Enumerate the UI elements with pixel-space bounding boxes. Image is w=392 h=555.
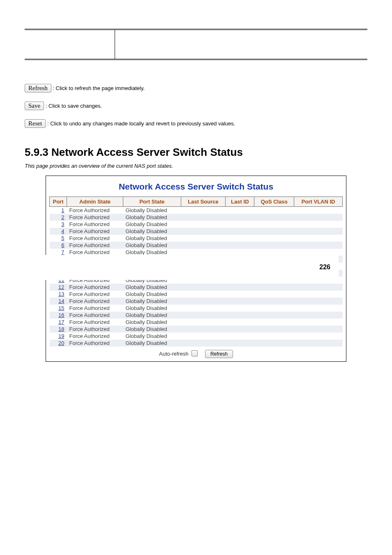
admin-state-cell: Force Authorized <box>67 242 123 249</box>
last-id-cell <box>226 340 254 347</box>
last-id-cell <box>226 298 254 305</box>
vlan-cell <box>294 312 343 319</box>
table-row: 18Force AuthorizedGlobally Disabled <box>50 326 343 333</box>
table-row: 19Force AuthorizedGlobally Disabled <box>50 333 343 340</box>
last-id-cell <box>226 242 254 249</box>
last-source-cell <box>181 235 226 242</box>
last-source-cell <box>181 207 226 214</box>
port-link[interactable]: 1 <box>50 207 67 214</box>
col-last-id: Last ID <box>226 197 254 207</box>
port-link[interactable]: 12 <box>50 284 67 291</box>
last-source-cell <box>181 221 226 228</box>
refresh-button[interactable]: Refresh <box>25 84 51 92</box>
port-state-cell: Globally Disabled <box>123 235 181 242</box>
qos-cell <box>254 284 294 291</box>
reset-row: Reset : Click to undo any changes made l… <box>25 118 367 130</box>
port-link[interactable]: 17 <box>50 319 67 326</box>
vlan-cell <box>294 340 343 347</box>
port-state-cell: Globally Disabled <box>123 228 181 235</box>
qos-cell <box>254 221 294 228</box>
vlan-cell <box>294 207 343 214</box>
table-row: 17Force AuthorizedGlobally Disabled <box>50 319 343 326</box>
vlan-cell <box>294 319 343 326</box>
last-id-cell <box>226 214 254 221</box>
port-link[interactable]: 15 <box>50 305 67 312</box>
port-link[interactable]: 4 <box>50 228 67 235</box>
port-link[interactable]: 5 <box>50 235 67 242</box>
col-admin-state: Admin State <box>67 197 123 207</box>
panel-controls: Auto-refresh Refresh <box>46 347 346 361</box>
last-id-cell <box>226 228 254 235</box>
admin-state-cell: Force Authorized <box>67 284 123 291</box>
col-last-source: Last Source <box>181 197 226 207</box>
port-state-cell: Globally Disabled <box>123 242 181 249</box>
qos-cell <box>254 319 294 326</box>
refresh-desc: : Click to refresh the page immediately. <box>53 85 145 91</box>
port-state-cell: Globally Disabled <box>123 291 181 298</box>
port-link[interactable]: 6 <box>50 242 67 249</box>
col-qos-class: QoS Class <box>254 197 294 207</box>
vlan-cell <box>294 298 343 305</box>
last-id-cell <box>226 221 254 228</box>
port-link[interactable]: 3 <box>50 221 67 228</box>
admin-state-cell: Force Authorized <box>67 333 123 340</box>
qos-cell <box>254 312 294 319</box>
table-row: 1Force AuthorizedGlobally Disabled <box>50 207 343 214</box>
overlay-page-number: 226 <box>319 264 330 271</box>
table-header-row: Port Admin State Port State Last Source … <box>50 197 343 207</box>
admin-state-cell: Force Authorized <box>67 312 123 319</box>
vlan-cell <box>294 284 343 291</box>
section-caption: This page provides an overview of the cu… <box>25 163 367 169</box>
port-state-cell: Globally Disabled <box>123 312 181 319</box>
last-id-cell <box>226 326 254 333</box>
admin-state-cell: Force Authorized <box>67 221 123 228</box>
admin-state-cell: Force Authorized <box>67 291 123 298</box>
admin-state-cell: Force Authorized <box>67 214 123 221</box>
qos-cell <box>254 235 294 242</box>
table-row: 14Force AuthorizedGlobally Disabled <box>50 298 343 305</box>
last-id-cell <box>226 319 254 326</box>
table-row: 16Force AuthorizedGlobally Disabled <box>50 312 343 319</box>
col-port-vlan: Port VLAN ID <box>294 197 343 207</box>
port-state-cell: Globally Disabled <box>123 214 181 221</box>
qos-cell <box>254 298 294 305</box>
qos-cell <box>254 333 294 340</box>
port-state-cell: Globally Disabled <box>123 305 181 312</box>
port-link[interactable]: 16 <box>50 312 67 319</box>
last-id-cell <box>226 333 254 340</box>
qos-cell <box>254 228 294 235</box>
port-state-cell: Globally Disabled <box>123 340 181 347</box>
qos-cell <box>254 305 294 312</box>
table-row: 3Force AuthorizedGlobally Disabled <box>50 221 343 228</box>
admin-state-cell: Force Authorized <box>67 235 123 242</box>
save-row: Save : Click to save changes. <box>25 100 367 112</box>
auto-refresh-checkbox[interactable] <box>191 350 198 356</box>
port-link[interactable]: 13 <box>50 291 67 298</box>
panel-refresh-button[interactable]: Refresh <box>205 350 233 358</box>
admin-state-cell: Force Authorized <box>67 298 123 305</box>
port-link[interactable]: 2 <box>50 214 67 221</box>
port-link[interactable]: 20 <box>50 340 67 347</box>
port-state-cell: Globally Disabled <box>123 221 181 228</box>
vlan-cell <box>294 291 343 298</box>
col-port: Port <box>50 197 67 207</box>
last-source-cell <box>181 333 226 340</box>
port-link[interactable]: 19 <box>50 333 67 340</box>
table-row: 6Force AuthorizedGlobally Disabled <box>50 242 343 249</box>
table-row: 4Force AuthorizedGlobally Disabled <box>50 228 343 235</box>
admin-state-cell: Force Authorized <box>67 305 123 312</box>
last-id-cell <box>226 291 254 298</box>
last-id-cell <box>226 284 254 291</box>
port-state-cell: Globally Disabled <box>123 298 181 305</box>
port-state-cell: Globally Disabled <box>123 333 181 340</box>
last-source-cell <box>181 319 226 326</box>
table-row: 2Force AuthorizedGlobally Disabled <box>50 214 343 221</box>
port-link[interactable]: 18 <box>50 326 67 333</box>
reset-button[interactable]: Reset <box>25 119 46 128</box>
last-source-cell <box>181 298 226 305</box>
section-heading: 5.9.3 Network Access Server Switch Statu… <box>25 146 367 159</box>
admin-state-cell: Force Authorized <box>67 326 123 333</box>
save-button[interactable]: Save <box>25 102 44 110</box>
port-link[interactable]: 14 <box>50 298 67 305</box>
auto-refresh-label: Auto-refresh <box>159 351 189 357</box>
